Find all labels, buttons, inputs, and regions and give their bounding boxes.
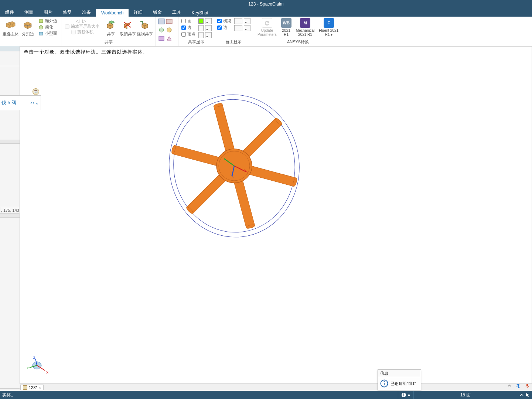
panel-strip-1[interactable] [0, 46, 20, 51]
panel-strip-2[interactable] [0, 51, 20, 66]
vertex-check[interactable]: 顶点 [181, 31, 196, 37]
nav-next[interactable]: › [33, 100, 34, 106]
beam-style-dd[interactable] [244, 18, 250, 24]
share-button[interactable]: 共享 [102, 17, 119, 37]
cut-volume-check[interactable]: 剪裁体积 [71, 29, 94, 35]
info-popup: 信息 已创建组"组1" [378, 369, 421, 390]
free-edge-style[interactable] [234, 25, 242, 31]
doc-tab[interactable]: 123* × [20, 385, 44, 390]
misc-icon-5[interactable] [158, 35, 165, 43]
panel-strip-4[interactable] [0, 144, 20, 214]
history-nav: ◁▷ [76, 18, 89, 24]
tab-measure[interactable]: 测量 [19, 8, 38, 17]
panel-strip-3[interactable] [0, 140, 20, 144]
tab-picture[interactable]: 图片 [38, 8, 58, 17]
doc-tab-name: 123* [29, 385, 37, 390]
ribbon-group-share: ◁▷ 缩放至屏幕大小 剪裁体积 共享 取消共享 强制共享 共享 [61, 17, 156, 46]
svg-point-25 [159, 28, 164, 32]
share-group-label: 共享 [105, 39, 113, 45]
face-color-swatch[interactable] [198, 18, 204, 24]
ribbon-group-overlap: 重叠主体 分割边 额外边 简化 小型面 [0, 17, 61, 46]
panel-strip-6[interactable] [0, 218, 20, 389]
vertex-style-dd[interactable] [205, 32, 212, 38]
ribbon-group-share-display: 面 边 顶点 共享显示 [178, 17, 214, 46]
ribbon-group-ansys: Update Parameters WB 2021 R1 M Mechanica… [253, 17, 343, 46]
face-check[interactable]: 面 [181, 18, 196, 24]
nav-cup-icon: ☕ [33, 88, 39, 95]
nav-expand[interactable]: ⌄ [35, 100, 39, 106]
bluetooth-icon[interactable] [516, 383, 521, 388]
selection-count: 15 面 [414, 392, 517, 398]
free-edge-style-dd[interactable] [244, 25, 250, 31]
misc-icon-3[interactable] [158, 27, 165, 34]
beam-style[interactable] [234, 18, 242, 24]
share-label: 共享 [107, 31, 115, 37]
doc-tab-close[interactable]: × [39, 385, 41, 390]
simplify-button[interactable]: 简化 [37, 24, 59, 30]
panel-strip-5[interactable] [0, 214, 20, 218]
tab-tools[interactable]: 工具 [167, 8, 186, 17]
mechanical-button[interactable]: M Mechanical 2021 R1 [294, 17, 317, 37]
fluent-icon: F [324, 18, 334, 28]
svg-rect-63 [526, 384, 528, 386]
status-right-controls[interactable] [517, 393, 532, 397]
misc-icon-6[interactable] [166, 35, 173, 43]
small-face-icon [38, 31, 44, 36]
cube-split-icon [21, 18, 34, 31]
force-share-button[interactable]: 强制共享 [136, 17, 153, 37]
status-info-button[interactable]: i [398, 391, 414, 399]
history-prev[interactable]: ◁ [76, 18, 82, 24]
extra-edge-button[interactable]: 额外边 [37, 18, 59, 24]
tab-prepare[interactable]: 准备 [77, 8, 96, 17]
edge-check[interactable]: 边 [181, 25, 196, 30]
unshare-icon [121, 18, 134, 31]
simplify-icon [38, 25, 44, 30]
svg-point-10 [39, 25, 43, 29]
tab-sheetmetal[interactable]: 钣金 [148, 8, 167, 17]
tab-detail[interactable]: 详细 [129, 8, 148, 17]
face-color-dd[interactable] [205, 18, 212, 24]
edge-style-1[interactable] [198, 25, 204, 31]
app-title: 123 - SpaceClaim [248, 1, 283, 7]
overlap-body-label: 重叠主体 [3, 31, 19, 37]
svg-marker-28 [167, 37, 171, 40]
expand-up-icon[interactable] [519, 393, 524, 397]
system-tray [507, 382, 530, 389]
fluent-button[interactable]: F Fluent 2021 R1 [317, 17, 341, 37]
zoom-fit-check[interactable]: 缩放至屏幕大小 [64, 24, 100, 29]
orientation-triad[interactable]: X Y Z [27, 355, 50, 376]
beam-check[interactable]: 横梁 [216, 18, 232, 24]
chevron-up-tray-icon[interactable] [507, 383, 512, 388]
overlap-body-button[interactable]: 重叠主体 [2, 17, 19, 37]
split-edge-button[interactable]: 分割边 [19, 17, 36, 37]
tab-components[interactable]: 组件 [0, 8, 19, 17]
svg-point-26 [167, 28, 171, 32]
tab-workbench[interactable]: Workbench [96, 9, 129, 17]
edge-style-dd[interactable] [205, 25, 212, 31]
free-edge-check[interactable]: 边 [216, 25, 232, 30]
update-params-button[interactable]: Update Parameters [255, 17, 279, 37]
menu-tabs: 组件 测量 图片 修复 准备 Workbench 详细 钣金 工具 KeySho… [0, 8, 532, 17]
misc-icon-1[interactable] [158, 18, 165, 26]
force-share-icon [138, 18, 151, 31]
misc-icon-2[interactable] [166, 18, 173, 26]
wb-2021-button[interactable]: WB 2021 R1 [279, 17, 294, 37]
doc-tab-strip: 123* × [20, 383, 532, 391]
tab-repair[interactable]: 修复 [58, 8, 77, 17]
vertex-style-1[interactable] [198, 32, 204, 38]
tab-keyshot[interactable]: KeyShot [186, 9, 213, 17]
unshare-button[interactable]: 取消共享 [119, 17, 136, 37]
viewport[interactable]: 单击一个对象。双击以选择环边。三连击以选择实体。 [20, 46, 532, 389]
ribbon-group-misc [156, 17, 178, 46]
svg-text:Y: Y [27, 366, 29, 370]
microphone-icon[interactable] [525, 383, 530, 388]
workarea: 单击一个对象。双击以选择环边。三连击以选择实体。 [0, 46, 532, 389]
cursor-icon[interactable] [525, 393, 530, 397]
title-bar: 123 - SpaceClaim [0, 0, 532, 8]
small-face-button[interactable]: 小型面 [37, 31, 59, 36]
ribbon: 重叠主体 分割边 额外边 简化 小型面 ◁▷ 缩放至屏幕大小 [0, 17, 532, 46]
nav-prev[interactable]: ‹ [30, 100, 32, 106]
misc-icon-4[interactable] [166, 27, 173, 34]
share-icon [104, 18, 117, 31]
history-next[interactable]: ▷ [82, 18, 89, 24]
